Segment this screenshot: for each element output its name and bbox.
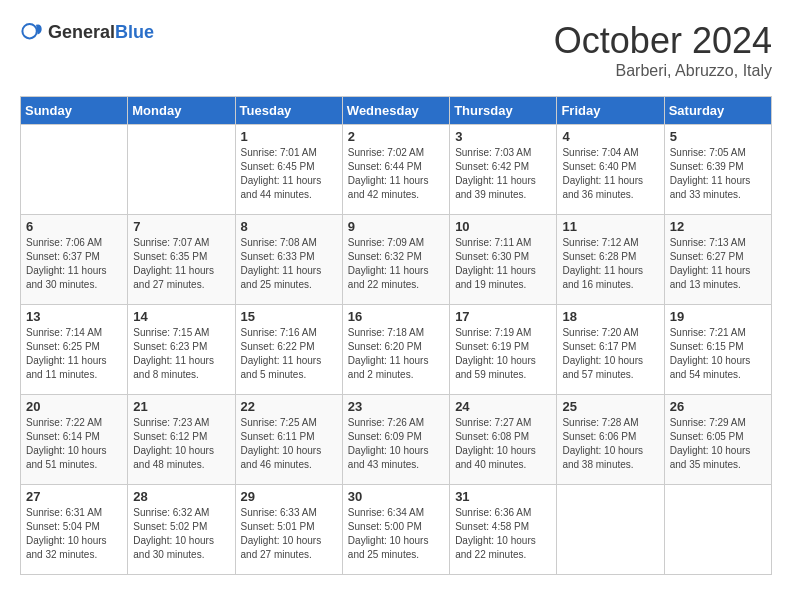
day-info: Sunrise: 7:11 AM Sunset: 6:30 PM Dayligh… — [455, 236, 551, 292]
calendar-cell: 18Sunrise: 7:20 AM Sunset: 6:17 PM Dayli… — [557, 305, 664, 395]
day-number: 29 — [241, 489, 337, 504]
day-info: Sunrise: 7:26 AM Sunset: 6:09 PM Dayligh… — [348, 416, 444, 472]
calendar-cell: 3Sunrise: 7:03 AM Sunset: 6:42 PM Daylig… — [450, 125, 557, 215]
day-number: 15 — [241, 309, 337, 324]
day-number: 12 — [670, 219, 766, 234]
month-title: October 2024 — [554, 20, 772, 62]
svg-point-0 — [22, 24, 36, 38]
calendar-cell: 30Sunrise: 6:34 AM Sunset: 5:00 PM Dayli… — [342, 485, 449, 575]
day-info: Sunrise: 7:27 AM Sunset: 6:08 PM Dayligh… — [455, 416, 551, 472]
logo-general: General — [48, 22, 115, 42]
day-info: Sunrise: 7:05 AM Sunset: 6:39 PM Dayligh… — [670, 146, 766, 202]
calendar-week-row: 20Sunrise: 7:22 AM Sunset: 6:14 PM Dayli… — [21, 395, 772, 485]
day-info: Sunrise: 7:21 AM Sunset: 6:15 PM Dayligh… — [670, 326, 766, 382]
day-info: Sunrise: 7:13 AM Sunset: 6:27 PM Dayligh… — [670, 236, 766, 292]
calendar-week-row: 1Sunrise: 7:01 AM Sunset: 6:45 PM Daylig… — [21, 125, 772, 215]
day-info: Sunrise: 7:06 AM Sunset: 6:37 PM Dayligh… — [26, 236, 122, 292]
calendar-cell: 21Sunrise: 7:23 AM Sunset: 6:12 PM Dayli… — [128, 395, 235, 485]
day-number: 10 — [455, 219, 551, 234]
day-info: Sunrise: 7:02 AM Sunset: 6:44 PM Dayligh… — [348, 146, 444, 202]
day-info: Sunrise: 7:23 AM Sunset: 6:12 PM Dayligh… — [133, 416, 229, 472]
calendar-cell — [21, 125, 128, 215]
day-info: Sunrise: 7:09 AM Sunset: 6:32 PM Dayligh… — [348, 236, 444, 292]
calendar-cell: 12Sunrise: 7:13 AM Sunset: 6:27 PM Dayli… — [664, 215, 771, 305]
calendar-cell: 28Sunrise: 6:32 AM Sunset: 5:02 PM Dayli… — [128, 485, 235, 575]
calendar-cell: 13Sunrise: 7:14 AM Sunset: 6:25 PM Dayli… — [21, 305, 128, 395]
title-block: October 2024 Barberi, Abruzzo, Italy — [554, 20, 772, 80]
day-info: Sunrise: 7:28 AM Sunset: 6:06 PM Dayligh… — [562, 416, 658, 472]
weekday-header-row: SundayMondayTuesdayWednesdayThursdayFrid… — [21, 97, 772, 125]
day-info: Sunrise: 7:03 AM Sunset: 6:42 PM Dayligh… — [455, 146, 551, 202]
day-number: 28 — [133, 489, 229, 504]
day-number: 21 — [133, 399, 229, 414]
calendar-cell: 8Sunrise: 7:08 AM Sunset: 6:33 PM Daylig… — [235, 215, 342, 305]
day-number: 4 — [562, 129, 658, 144]
day-number: 30 — [348, 489, 444, 504]
calendar-cell: 1Sunrise: 7:01 AM Sunset: 6:45 PM Daylig… — [235, 125, 342, 215]
calendar-cell: 9Sunrise: 7:09 AM Sunset: 6:32 PM Daylig… — [342, 215, 449, 305]
day-number: 20 — [26, 399, 122, 414]
calendar-cell: 24Sunrise: 7:27 AM Sunset: 6:08 PM Dayli… — [450, 395, 557, 485]
calendar-cell: 27Sunrise: 6:31 AM Sunset: 5:04 PM Dayli… — [21, 485, 128, 575]
day-number: 3 — [455, 129, 551, 144]
day-info: Sunrise: 7:16 AM Sunset: 6:22 PM Dayligh… — [241, 326, 337, 382]
day-number: 7 — [133, 219, 229, 234]
day-info: Sunrise: 7:29 AM Sunset: 6:05 PM Dayligh… — [670, 416, 766, 472]
location-subtitle: Barberi, Abruzzo, Italy — [554, 62, 772, 80]
weekday-header: Monday — [128, 97, 235, 125]
weekday-header: Saturday — [664, 97, 771, 125]
day-number: 17 — [455, 309, 551, 324]
calendar-cell: 20Sunrise: 7:22 AM Sunset: 6:14 PM Dayli… — [21, 395, 128, 485]
day-number: 18 — [562, 309, 658, 324]
calendar-cell: 4Sunrise: 7:04 AM Sunset: 6:40 PM Daylig… — [557, 125, 664, 215]
day-info: Sunrise: 6:32 AM Sunset: 5:02 PM Dayligh… — [133, 506, 229, 562]
weekday-header: Tuesday — [235, 97, 342, 125]
day-number: 5 — [670, 129, 766, 144]
logo-blue: Blue — [115, 22, 154, 42]
weekday-header: Wednesday — [342, 97, 449, 125]
day-number: 6 — [26, 219, 122, 234]
weekday-header: Friday — [557, 97, 664, 125]
calendar-cell: 6Sunrise: 7:06 AM Sunset: 6:37 PM Daylig… — [21, 215, 128, 305]
weekday-header: Sunday — [21, 97, 128, 125]
day-number: 24 — [455, 399, 551, 414]
calendar-cell: 25Sunrise: 7:28 AM Sunset: 6:06 PM Dayli… — [557, 395, 664, 485]
logo-icon — [20, 20, 44, 44]
day-info: Sunrise: 7:22 AM Sunset: 6:14 PM Dayligh… — [26, 416, 122, 472]
day-info: Sunrise: 6:33 AM Sunset: 5:01 PM Dayligh… — [241, 506, 337, 562]
calendar-week-row: 6Sunrise: 7:06 AM Sunset: 6:37 PM Daylig… — [21, 215, 772, 305]
calendar-cell: 10Sunrise: 7:11 AM Sunset: 6:30 PM Dayli… — [450, 215, 557, 305]
calendar-cell: 26Sunrise: 7:29 AM Sunset: 6:05 PM Dayli… — [664, 395, 771, 485]
day-info: Sunrise: 7:25 AM Sunset: 6:11 PM Dayligh… — [241, 416, 337, 472]
day-info: Sunrise: 7:12 AM Sunset: 6:28 PM Dayligh… — [562, 236, 658, 292]
calendar-week-row: 13Sunrise: 7:14 AM Sunset: 6:25 PM Dayli… — [21, 305, 772, 395]
day-number: 23 — [348, 399, 444, 414]
calendar-cell: 15Sunrise: 7:16 AM Sunset: 6:22 PM Dayli… — [235, 305, 342, 395]
day-number: 2 — [348, 129, 444, 144]
day-number: 22 — [241, 399, 337, 414]
day-info: Sunrise: 7:20 AM Sunset: 6:17 PM Dayligh… — [562, 326, 658, 382]
calendar-week-row: 27Sunrise: 6:31 AM Sunset: 5:04 PM Dayli… — [21, 485, 772, 575]
calendar-cell: 29Sunrise: 6:33 AM Sunset: 5:01 PM Dayli… — [235, 485, 342, 575]
day-info: Sunrise: 7:18 AM Sunset: 6:20 PM Dayligh… — [348, 326, 444, 382]
day-number: 16 — [348, 309, 444, 324]
calendar-cell — [128, 125, 235, 215]
weekday-header: Thursday — [450, 97, 557, 125]
day-info: Sunrise: 6:34 AM Sunset: 5:00 PM Dayligh… — [348, 506, 444, 562]
logo: GeneralBlue — [20, 20, 154, 44]
calendar-cell: 16Sunrise: 7:18 AM Sunset: 6:20 PM Dayli… — [342, 305, 449, 395]
page-header: GeneralBlue October 2024 Barberi, Abruzz… — [20, 20, 772, 80]
day-info: Sunrise: 6:36 AM Sunset: 4:58 PM Dayligh… — [455, 506, 551, 562]
day-number: 9 — [348, 219, 444, 234]
day-info: Sunrise: 6:31 AM Sunset: 5:04 PM Dayligh… — [26, 506, 122, 562]
day-number: 14 — [133, 309, 229, 324]
calendar-cell: 31Sunrise: 6:36 AM Sunset: 4:58 PM Dayli… — [450, 485, 557, 575]
day-number: 8 — [241, 219, 337, 234]
day-info: Sunrise: 7:14 AM Sunset: 6:25 PM Dayligh… — [26, 326, 122, 382]
calendar-cell: 5Sunrise: 7:05 AM Sunset: 6:39 PM Daylig… — [664, 125, 771, 215]
calendar-cell: 22Sunrise: 7:25 AM Sunset: 6:11 PM Dayli… — [235, 395, 342, 485]
calendar-cell: 14Sunrise: 7:15 AM Sunset: 6:23 PM Dayli… — [128, 305, 235, 395]
day-number: 13 — [26, 309, 122, 324]
day-number: 11 — [562, 219, 658, 234]
calendar-cell: 11Sunrise: 7:12 AM Sunset: 6:28 PM Dayli… — [557, 215, 664, 305]
